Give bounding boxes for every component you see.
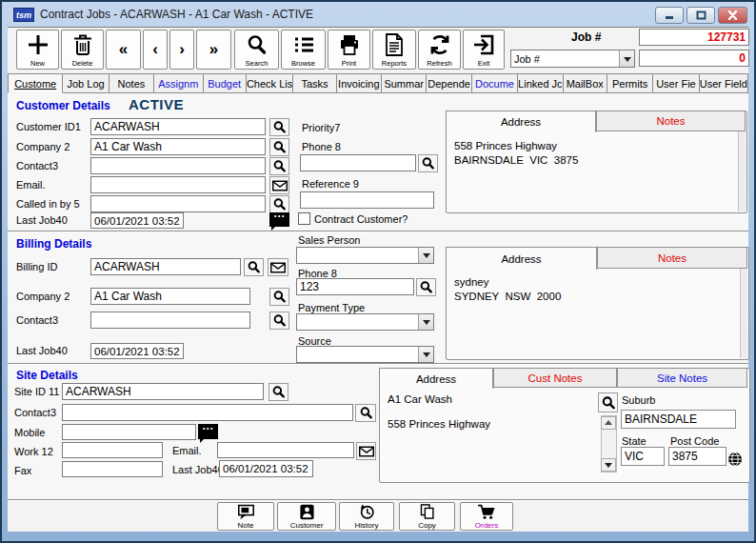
browse-button[interactable]: Browse <box>281 30 326 70</box>
billing-address-tab[interactable]: Address <box>446 247 597 270</box>
fax-field[interactable] <box>62 461 163 477</box>
billing-email-button[interactable] <box>268 258 288 276</box>
customer-button[interactable]: Customer <box>277 502 336 531</box>
billing-company-field[interactable]: A1 Car Wash <box>90 288 250 305</box>
customer-company-search-button[interactable] <box>269 138 289 156</box>
called-in-by-field[interactable] <box>90 195 266 212</box>
tab-dependencies[interactable]: Depende <box>427 73 471 93</box>
history-button[interactable]: History <box>339 502 394 531</box>
dropdown-arrow-icon[interactable] <box>418 248 433 263</box>
tab-customer[interactable]: Custome <box>8 73 63 93</box>
site-email-button[interactable] <box>356 442 376 460</box>
tab-notes[interactable]: Notes <box>109 73 154 93</box>
minimize-button[interactable] <box>655 7 684 24</box>
tab-permits[interactable]: Permits <box>607 73 653 93</box>
tab-linked-jobs[interactable]: Linked Jc <box>518 73 563 93</box>
close-icon <box>727 10 738 20</box>
tab-budget[interactable]: Budget <box>204 73 247 93</box>
customer-contact-field[interactable] <box>90 157 266 174</box>
tab-documents[interactable]: Docume <box>472 73 518 93</box>
search-button[interactable]: Search <box>234 30 279 70</box>
orders-button[interactable]: Orders <box>460 502 513 531</box>
dropdown-arrow-icon[interactable] <box>619 50 634 67</box>
site-address-tab[interactable]: Address <box>379 368 493 389</box>
search-icon <box>247 260 261 274</box>
customer-company-field[interactable]: A1 Car Wash <box>90 138 266 155</box>
job-number-field[interactable]: 127731 <box>639 29 749 46</box>
site-contact-field[interactable] <box>62 404 353 421</box>
site-notes-tab[interactable]: Site Notes <box>617 368 747 388</box>
copy-button[interactable]: Copy <box>399 502 455 531</box>
work-phone-field[interactable] <box>62 442 163 458</box>
maximize-button[interactable] <box>686 7 715 24</box>
last-record-button[interactable]: » <box>196 30 231 70</box>
customer-id-search-button[interactable] <box>269 118 289 136</box>
billing-company-search-button[interactable] <box>269 288 289 306</box>
comment-dots-icon[interactable]: ··· <box>269 212 289 227</box>
refresh-button[interactable]: Refresh <box>418 30 461 70</box>
site-address-search-button[interactable] <box>598 392 618 412</box>
customer-phone-field[interactable] <box>300 154 416 171</box>
tab-mailbox[interactable]: MailBox <box>564 73 607 93</box>
site-last-job-field[interactable]: 06/01/2021 03:52 <box>219 460 313 477</box>
billing-id-field[interactable]: ACARWASH <box>90 258 241 275</box>
scroll-up-icon[interactable] <box>601 416 616 430</box>
print-button[interactable]: Print <box>328 30 370 70</box>
contract-customer-checkbox[interactable] <box>298 212 310 225</box>
post-code-field[interactable]: 3875 <box>668 447 726 466</box>
state-field[interactable]: VIC <box>621 447 665 466</box>
sales-person-dropdown[interactable] <box>296 247 434 264</box>
tab-summary[interactable]: Summar <box>382 73 427 93</box>
billing-contact-field[interactable] <box>90 312 250 329</box>
site-address-scrollbar[interactable] <box>601 415 617 473</box>
billing-contact-search-button[interactable] <box>269 312 289 330</box>
customer-contact-search-button[interactable] <box>269 157 289 175</box>
job-filter-dropdown[interactable]: Job # <box>510 50 635 68</box>
cust-notes-tab[interactable]: Cust Notes <box>493 368 617 388</box>
reference-field[interactable] <box>300 191 434 209</box>
scroll-down-icon[interactable] <box>601 458 616 472</box>
customer-address-tab[interactable]: Address <box>446 111 596 132</box>
delete-button[interactable]: Delete <box>61 30 104 70</box>
site-contact-search-button[interactable] <box>355 404 376 422</box>
phone-search-button[interactable] <box>418 154 438 172</box>
exit-button[interactable]: Exit <box>463 30 505 70</box>
billing-phone-field[interactable]: 123 <box>296 278 414 295</box>
customer-email-field[interactable] <box>90 176 266 193</box>
customer-notes-tab[interactable]: Notes <box>596 111 746 131</box>
site-email-field[interactable] <box>217 442 354 458</box>
tab-invoicing[interactable]: Invoicing <box>337 73 382 93</box>
customer-email-button[interactable] <box>269 176 289 194</box>
new-button[interactable]: New <box>16 30 59 70</box>
billing-phone-search-button[interactable] <box>416 278 436 296</box>
source-dropdown[interactable] <box>296 346 434 363</box>
billing-notes-tab[interactable]: Notes <box>597 247 747 269</box>
tab-job-logs[interactable]: Job Log <box>63 73 109 93</box>
job-count-field[interactable]: 0 <box>639 50 749 67</box>
dropdown-arrow-icon[interactable] <box>418 347 433 362</box>
billing-id-search-button[interactable] <box>244 258 264 276</box>
window-title: Contract Jobs - ACARWASH - A1 Car Wash -… <box>40 8 313 21</box>
payment-type-dropdown[interactable] <box>296 313 434 331</box>
dropdown-arrow-icon[interactable] <box>418 314 433 330</box>
close-button[interactable] <box>718 7 747 24</box>
customer-last-job-field[interactable]: 06/01/2021 03:52 <box>90 212 184 229</box>
next-record-button[interactable]: › <box>169 30 194 70</box>
mobile-field[interactable] <box>62 424 196 440</box>
tab-user-file[interactable]: User Fie <box>653 73 699 93</box>
comment-dots-icon[interactable]: ··· <box>198 424 218 439</box>
site-id-field[interactable]: ACARWASH <box>62 383 264 400</box>
billing-last-job-field[interactable]: 06/01/2021 03:52 <box>90 343 184 359</box>
globe-icon[interactable] <box>727 452 743 467</box>
suburb-field[interactable]: BAIRNSDALE <box>621 410 736 429</box>
tab-user-field[interactable]: User Field <box>700 73 748 93</box>
previous-record-button[interactable]: ‹ <box>143 30 168 70</box>
reports-button[interactable]: Reports <box>372 30 416 70</box>
tab-assignments[interactable]: Assignm <box>154 73 203 93</box>
customer-id-field[interactable]: ACARWASH <box>90 118 266 135</box>
tab-tasks[interactable]: Tasks <box>293 73 336 93</box>
note-button[interactable]: Note <box>217 502 274 531</box>
tab-check-list[interactable]: Check Lis <box>247 73 293 93</box>
first-record-button[interactable]: « <box>106 30 141 70</box>
site-id-search-button[interactable] <box>269 383 288 401</box>
